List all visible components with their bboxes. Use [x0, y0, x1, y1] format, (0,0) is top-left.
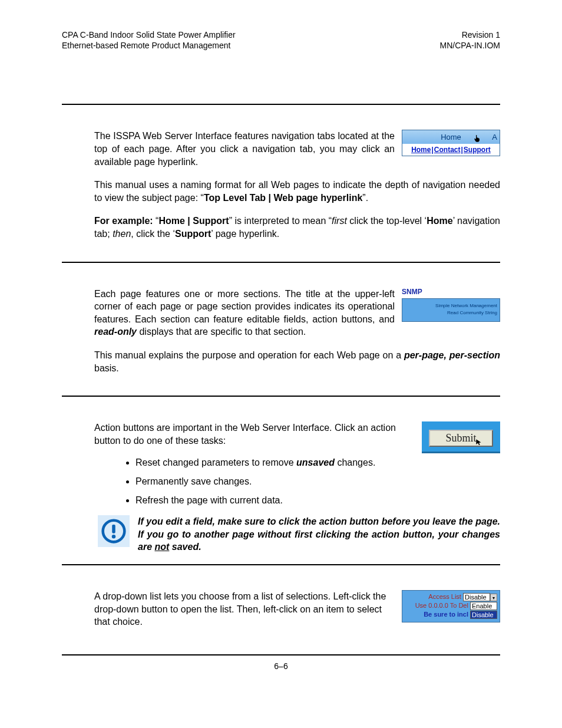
dd-row2-value: Enable [470, 602, 497, 610]
nav-link-contact: Contact [434, 146, 461, 154]
page-header: CPA C-Band Indoor Solid State Power Ampl… [62, 29, 500, 51]
section-dropdown: Access List Disable▾ Use 0.0.0.0 To Del … [62, 564, 500, 639]
snmp-line2: Read Community String [405, 309, 497, 317]
dd-row2-label: Use 0.0.0.0 To Del [415, 602, 468, 609]
hand-cursor-icon [472, 134, 482, 145]
bullet-refresh: Refresh the page with current data. [135, 495, 500, 506]
dd-row1-value: Disable [463, 593, 490, 601]
section1-p2: This manual uses a naming format for all… [94, 179, 500, 204]
header-left-line2: Ethernet-based Remote Product Management [62, 40, 236, 51]
submit-button-image: Submit [429, 430, 493, 447]
nav-link-support: Support [464, 146, 491, 154]
section-navigation: Home A Home|Contact|Support The ISSPA We… [62, 104, 500, 251]
dd-row1-label: Access List [428, 593, 461, 600]
page-number: 6–6 [274, 661, 287, 671]
document-page: CPA C-Band Indoor Solid State Power Ampl… [0, 0, 562, 683]
section2-p2: This manual explains the purpose and ope… [94, 349, 500, 374]
nav-link-home: Home [411, 146, 431, 154]
caution-note: If you edit a field, make sure to click … [94, 515, 500, 554]
bullet-save: Permanently save changes. [135, 476, 500, 487]
action-bullets: Reset changed parameters to remove unsav… [94, 457, 500, 506]
bullet-reset: Reset changed parameters to remove unsav… [135, 457, 500, 468]
snmp-label: SNMP [402, 288, 500, 298]
snmp-screenshot: SNMP Simple Network Management Read Comm… [402, 288, 500, 322]
header-left-line1: CPA C-Band Indoor Solid State Power Ampl… [62, 29, 236, 40]
section-page-sections: SNMP Simple Network Management Read Comm… [62, 262, 500, 386]
header-right-line1: Revision 1 [440, 29, 500, 40]
svg-rect-1 [112, 525, 115, 533]
submit-screenshot: Submit [422, 421, 500, 453]
dropdown-screenshot: Access List Disable▾ Use 0.0.0.0 To Del … [402, 590, 500, 622]
chevron-down-icon: ▾ [490, 594, 497, 601]
caution-icon [98, 515, 130, 547]
nav-tab-extra: A [492, 133, 497, 141]
arrow-cursor-icon [475, 439, 483, 449]
svg-point-2 [112, 535, 115, 538]
nav-tabs-screenshot: Home A Home|Contact|Support [402, 130, 500, 156]
page-footer: 6–6 [62, 654, 500, 671]
snmp-line1: Simple Network Management [405, 302, 497, 309]
section-action-buttons: Submit Action buttons are important in t… [62, 396, 500, 554]
dd-row3-label: Be sure to incl [424, 611, 468, 618]
header-right-line2: MN/CPA-IN.IOM [440, 40, 500, 51]
nav-tab-home: Home [441, 133, 461, 141]
dd-row3-value: Disable [470, 611, 497, 619]
caution-text: If you edit a field, make sure to click … [138, 515, 500, 554]
section1-p3: For example: “Home | Support” is interpr… [94, 215, 500, 240]
